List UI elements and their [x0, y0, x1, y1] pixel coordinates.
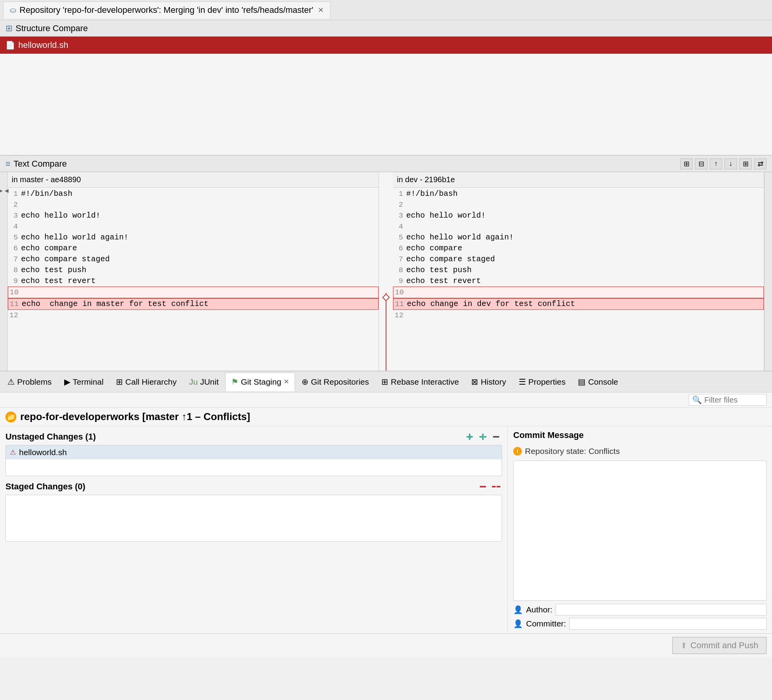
diff-line: 2 — [393, 199, 764, 210]
committer-input[interactable] — [569, 618, 767, 630]
diff-line: 12 — [393, 310, 764, 321]
structure-compare-title: Structure Compare — [16, 23, 88, 33]
tab-rebase-interactive[interactable]: ⊞ Rebase Interactive — [375, 373, 465, 391]
diff-line-conflict: 11echo change in master for test conflic… — [8, 298, 379, 310]
structure-file-row[interactable]: 📄 helloworld.sh — [0, 37, 772, 54]
add-all-icon — [479, 433, 487, 441]
staging-left: Unstaged Changes (1) — [0, 426, 507, 633]
structure-filename: helloworld.sh — [18, 40, 68, 50]
tab-git-staging[interactable]: ⚑ Git Staging ✕ — [225, 373, 295, 391]
call-hierarchy-icon: ⊞ — [116, 377, 123, 387]
tab-call-hierarchy[interactable]: ⊞ Call Hierarchy — [110, 373, 182, 391]
tab-git-repositories[interactable]: ⊕ Git Repositories — [296, 373, 375, 391]
staged-remove-all-btn[interactable] — [490, 482, 502, 492]
filter-search-icon: 🔍 — [692, 395, 702, 405]
tab-properties-label: Properties — [528, 377, 566, 387]
diff-left-content[interactable]: 1#!/bin/bash 2 3echo hello world! 4 5ech… — [8, 188, 379, 371]
diff-line: 1#!/bin/bash — [8, 188, 379, 199]
tab-junit[interactable]: Ju JUnit — [183, 373, 225, 391]
commit-push-icon: ⬆ — [681, 641, 687, 650]
top-tab-label: Repository 'repo-for-developerworks': Me… — [19, 5, 313, 15]
diff-line: 5echo hello world again! — [393, 232, 764, 243]
staged-section: Staged Changes (0) — [5, 480, 502, 542]
top-tab-merge[interactable]: ⛀ Repository 'repo-for-developerworks': … — [3, 2, 330, 19]
top-tab-close[interactable]: ✕ — [318, 6, 324, 14]
unstaged-actions — [464, 432, 502, 442]
commit-and-push-button[interactable]: ⬆ Commit and Push — [672, 637, 767, 654]
diff-left-title: in master - ae48890 — [12, 175, 81, 184]
tab-rebase-label: Rebase Interactive — [391, 377, 459, 387]
tab-properties[interactable]: ☰ Properties — [513, 373, 572, 391]
bottom-tab-bar: ⚠ Problems ▶ Terminal ⊞ Call Hierarchy J… — [0, 371, 772, 392]
diff-right-content[interactable]: 1#!/bin/bash 2 3echo hello world! 4 5ech… — [393, 188, 764, 371]
unstaged-header: Unstaged Changes (1) — [5, 430, 502, 443]
tab-console[interactable]: ▤ Console — [572, 373, 624, 391]
committer-icon: 👤 — [513, 619, 523, 628]
terminal-icon: ▶ — [64, 377, 70, 387]
diff-line: 9echo test revert — [8, 276, 379, 287]
diff-line: 3echo hello world! — [8, 210, 379, 221]
merge-tab-icon: ⛀ — [10, 5, 16, 15]
diff-line-conflict-right: 11echo change in dev for test conflict — [393, 298, 764, 310]
diff-area: ▶◀ in master - ae48890 1#!/bin/bash 2 3e… — [0, 172, 772, 371]
commit-push-label: Commit and Push — [690, 640, 758, 651]
warning-icon: ! — [513, 447, 522, 456]
structure-compare-section: ⊞ Structure Compare 📄 helloworld.sh — [0, 20, 772, 155]
toolbar-copy-left[interactable]: ⊞ — [680, 158, 693, 169]
toolbar-copy-right[interactable]: ⊟ — [695, 158, 707, 169]
diff-left-header: in master - ae48890 — [8, 172, 379, 188]
tab-git-staging-close[interactable]: ✕ — [284, 378, 289, 386]
staged-label: Staged Changes (0) — [5, 482, 85, 492]
staged-file-list — [5, 495, 502, 542]
filter-input-wrapper[interactable]: 🔍 — [689, 394, 767, 406]
svg-rect-4 — [484, 436, 486, 438]
diff-line: 8echo test push — [8, 265, 379, 276]
structure-compare-header: ⊞ Structure Compare — [0, 20, 772, 37]
unstaged-file-icon: ⚠ — [10, 448, 16, 457]
properties-icon: ☰ — [519, 377, 526, 387]
author-input[interactable] — [556, 604, 767, 616]
filter-files-input[interactable] — [704, 396, 759, 405]
connector-line — [386, 293, 386, 371]
structure-file-icon: 📄 — [5, 40, 15, 50]
text-compare-icon: ≡ — [5, 159, 11, 169]
diff-pane-right: in dev - 2196b1e 1#!/bin/bash 2 3echo he… — [393, 172, 764, 371]
right-scrollbar[interactable] — [764, 172, 772, 371]
tab-terminal-label: Terminal — [73, 377, 104, 387]
diff-right-title: in dev - 2196b1e — [397, 175, 455, 184]
commit-message-label: Commit Message — [513, 430, 767, 440]
tab-history-label: History — [481, 377, 506, 387]
top-tab-bar: ⛀ Repository 'repo-for-developerworks': … — [0, 0, 772, 20]
unstaged-add-all-btn[interactable] — [477, 432, 489, 442]
toolbar-nav-next[interactable]: ↓ — [725, 158, 737, 169]
diff-connector — [379, 172, 393, 371]
filter-bar: 🔍 — [0, 392, 772, 408]
commit-buttons-bar: ⬆ Commit and Push — [0, 633, 772, 657]
staged-remove-btn[interactable] — [477, 482, 489, 492]
tab-terminal[interactable]: ▶ Terminal — [58, 373, 109, 391]
svg-rect-7 — [492, 486, 496, 487]
unstaged-file-item[interactable]: ⚠ helloworld.sh — [6, 445, 502, 459]
tab-call-hierarchy-label: Call Hierarchy — [125, 377, 177, 387]
tab-problems[interactable]: ⚠ Problems — [2, 373, 58, 391]
tab-history[interactable]: ⊠ History — [465, 373, 512, 391]
console-icon: ▤ — [578, 377, 586, 387]
tab-problems-label: Problems — [17, 377, 52, 387]
staging-main: Unstaged Changes (1) — [0, 426, 772, 633]
toolbar-sync[interactable]: ⇄ — [754, 158, 767, 169]
toolbar-options[interactable]: ⊞ — [739, 158, 752, 169]
unstaged-collapse-btn[interactable] — [490, 432, 502, 442]
git-staging-panel: 🔍 📁 repo-for-developerworks [master ↑1 –… — [0, 392, 772, 657]
toolbar-nav-prev[interactable]: ↑ — [710, 158, 722, 169]
staging-right: Commit Message ! Repository state: Confl… — [507, 426, 772, 633]
tab-git-repos-label: Git Repositories — [311, 377, 369, 387]
svg-rect-3 — [482, 434, 484, 440]
commit-message-textarea[interactable] — [513, 461, 767, 601]
diff-line: 4 — [8, 221, 379, 232]
conflict-warning: ! Repository state: Conflicts — [513, 445, 767, 457]
staged-header: Staged Changes (0) — [5, 480, 502, 493]
staging-repo-icon: 📁 — [5, 412, 16, 422]
git-repos-icon: ⊕ — [302, 377, 309, 387]
unstaged-add-btn[interactable] — [464, 432, 475, 442]
text-compare-title: Text Compare — [14, 159, 67, 169]
